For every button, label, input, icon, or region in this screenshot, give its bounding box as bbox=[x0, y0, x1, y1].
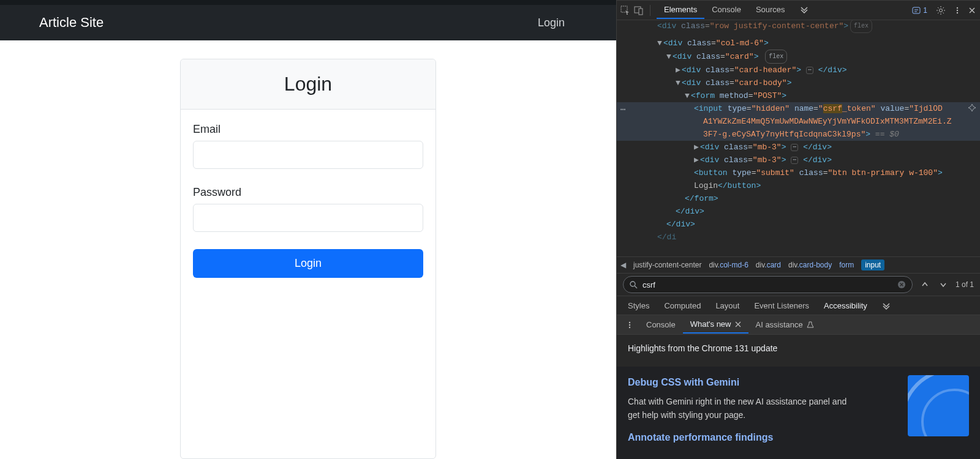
email-label: Email bbox=[193, 123, 423, 136]
whats-new-panel: Highlights from the Chrome 131 update De… bbox=[617, 335, 980, 459]
tab-computed[interactable]: Computed bbox=[657, 297, 708, 314]
drawer-tab-ai-assistance[interactable]: AI assistance bbox=[748, 316, 821, 333]
email-field[interactable] bbox=[193, 141, 423, 169]
drawer-tabs: Console What's new AI assistance bbox=[617, 315, 980, 335]
whats-new-heading-2: Annotate performance findings bbox=[628, 430, 897, 446]
tab-styles[interactable]: Styles bbox=[620, 297, 657, 314]
dom-node-selected[interactable]: ⋯ <input type="hidden" name="csrf_token"… bbox=[620, 102, 980, 115]
crumb[interactable]: div.card-body bbox=[788, 261, 832, 269]
dom-node[interactable]: </div> bbox=[620, 205, 980, 218]
dom-node[interactable]: ▼<form method="POST"> bbox=[620, 89, 980, 102]
drawer-tab-console[interactable]: Console bbox=[639, 316, 683, 333]
dom-node[interactable]: ▶<div class="mb-3"> ⋯ </div> bbox=[620, 154, 980, 166]
svg-line-13 bbox=[635, 286, 637, 288]
flask-icon bbox=[807, 321, 814, 329]
crumb[interactable]: justify-content-center bbox=[633, 261, 701, 269]
dom-node[interactable]: </di bbox=[620, 231, 980, 244]
tab-event-listeners[interactable]: Event Listeners bbox=[747, 297, 816, 314]
card-body: Email Password Login bbox=[181, 110, 435, 291]
tab-accessibility[interactable]: Accessibility bbox=[816, 297, 875, 314]
search-next-icon[interactable] bbox=[937, 281, 949, 288]
svg-point-19 bbox=[629, 327, 630, 328]
search-icon bbox=[630, 281, 638, 289]
dom-node-selected[interactable]: A1YWZkZmE4MmQ5YmUwMDAwNWEyYjVmYWFkODIxMT… bbox=[620, 115, 980, 128]
devtools-tabs: Elements Console Sources bbox=[657, 1, 816, 19]
dom-node[interactable]: ▼<div class="card"> flex bbox=[620, 50, 980, 64]
card-header: Login bbox=[181, 59, 435, 110]
whats-new-headline: Highlights from the Chrome 131 update bbox=[628, 342, 969, 356]
dom-node[interactable]: <div class="row justify-content-center">… bbox=[620, 20, 980, 33]
crumb-selected[interactable]: input bbox=[861, 259, 884, 271]
promo-image bbox=[908, 375, 969, 436]
crumb[interactable]: form bbox=[839, 261, 854, 269]
clear-search-icon[interactable] bbox=[897, 280, 906, 289]
dom-node[interactable]: ▼<div class="card-body"> bbox=[620, 76, 980, 89]
search-input-wrapper bbox=[623, 276, 913, 293]
inspect-element-icon[interactable] bbox=[620, 6, 630, 15]
svg-point-12 bbox=[630, 282, 635, 286]
dom-node-selected[interactable]: 3F7-g.eCySATy7nyHtfqIcdqnaC3kl9ps"> == $… bbox=[620, 128, 980, 141]
ellipsis-icon[interactable]: ⋯ bbox=[620, 103, 625, 116]
login-card: Login Email Password Login bbox=[180, 59, 436, 459]
nav-login-link[interactable]: Login bbox=[538, 17, 565, 29]
close-tab-icon[interactable] bbox=[735, 321, 741, 327]
whats-new-text-1: Chat with Gemini right in the new AI ass… bbox=[628, 395, 861, 422]
ai-suggestion-icon[interactable] bbox=[968, 103, 976, 112]
dom-node[interactable]: </div> bbox=[620, 218, 980, 231]
scroll-left-icon[interactable]: ◀ bbox=[620, 261, 626, 269]
device-toolbar-icon[interactable] bbox=[634, 6, 644, 15]
login-button[interactable]: Login bbox=[193, 249, 423, 278]
dom-node[interactable]: ▶<div class="card-header"> ⋯ </div> bbox=[620, 64, 980, 76]
svg-point-7 bbox=[957, 7, 958, 8]
dom-search-input[interactable] bbox=[643, 280, 892, 289]
tab-sources[interactable]: Sources bbox=[748, 1, 793, 19]
dom-tree[interactable]: <div class="row justify-content-center">… bbox=[617, 20, 980, 256]
crumb[interactable]: div.card bbox=[756, 261, 781, 269]
dom-node[interactable]: </form> bbox=[620, 192, 980, 205]
crumb[interactable]: div.col-md-6 bbox=[709, 261, 748, 269]
gear-icon[interactable] bbox=[936, 6, 946, 15]
page-body: Login Email Password Login bbox=[0, 40, 616, 459]
tab-elements[interactable]: Elements bbox=[657, 1, 704, 19]
flex-badge[interactable]: flex bbox=[850, 20, 872, 33]
close-devtools-icon[interactable] bbox=[968, 6, 976, 15]
flex-badge[interactable]: flex bbox=[765, 50, 787, 64]
devtools: Elements Console Sources 1 <div class="r… bbox=[616, 0, 980, 459]
search-prev-icon[interactable] bbox=[919, 281, 931, 288]
tab-layout[interactable]: Layout bbox=[708, 297, 747, 314]
svg-point-8 bbox=[957, 9, 958, 10]
dom-node[interactable]: ▶<div class="mb-3"> ⋯ </div> bbox=[620, 141, 980, 154]
whats-new-heading-1: Debug CSS with Gemini bbox=[628, 375, 897, 390]
svg-rect-3 bbox=[913, 7, 920, 13]
drawer-tab-whats-new[interactable]: What's new bbox=[683, 316, 748, 334]
issues-badge[interactable]: 1 bbox=[912, 6, 927, 15]
svg-point-18 bbox=[629, 324, 630, 326]
svg-point-6 bbox=[940, 9, 943, 12]
issues-count: 1 bbox=[923, 6, 927, 15]
app-page: Article Site Login Login Email Password … bbox=[0, 0, 616, 459]
brand[interactable]: Article Site bbox=[39, 15, 104, 31]
dom-node[interactable]: ▼<div class="col-md-6"> bbox=[620, 37, 980, 50]
svg-point-9 bbox=[957, 12, 958, 13]
password-field[interactable] bbox=[193, 204, 423, 232]
svg-rect-2 bbox=[639, 9, 643, 15]
search-result-count: 1 of 1 bbox=[956, 280, 974, 289]
dom-breadcrumbs: ◀ justify-content-center div.col-md-6 di… bbox=[617, 256, 980, 274]
tab-console[interactable]: Console bbox=[704, 1, 748, 19]
svg-point-17 bbox=[629, 322, 630, 323]
tab-more[interactable] bbox=[793, 1, 816, 19]
styles-tabs: Styles Computed Layout Event Listeners A… bbox=[617, 296, 980, 315]
drawer-kebab-icon[interactable] bbox=[620, 321, 639, 329]
password-label: Password bbox=[193, 186, 423, 199]
dom-node[interactable]: <button type="submit" class="btn btn-pri… bbox=[620, 166, 980, 179]
navbar: Article Site Login bbox=[0, 5, 616, 40]
kebab-menu-icon[interactable] bbox=[953, 6, 962, 15]
tab-more[interactable] bbox=[875, 297, 898, 313]
devtools-top-bar: Elements Console Sources 1 bbox=[617, 1, 980, 20]
dom-node[interactable]: Login</button> bbox=[620, 179, 980, 192]
dom-search-bar: 1 of 1 bbox=[617, 274, 980, 296]
